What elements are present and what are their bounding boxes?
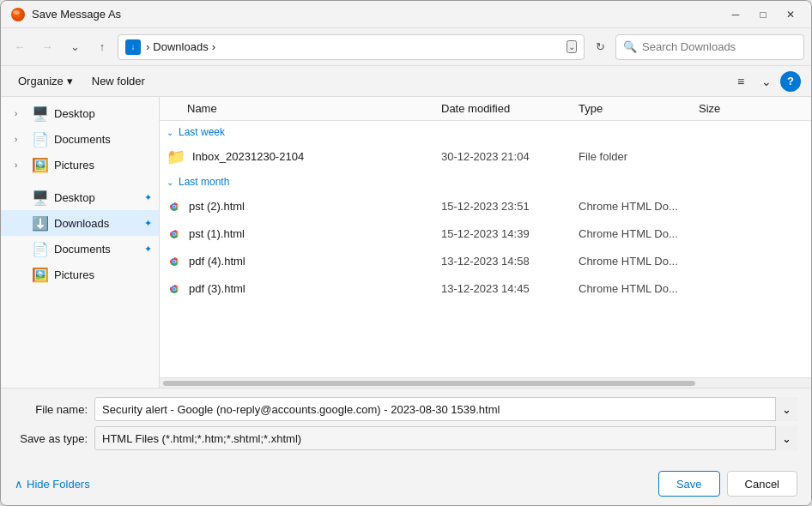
refresh-icon: ↻ xyxy=(596,40,605,53)
desktop-icon: 🖥️ xyxy=(32,190,49,206)
help-icon: ? xyxy=(787,75,794,87)
list-view-icon: ≡ xyxy=(737,75,744,88)
file-list: Name Date modified Type Size ⌄ Last week… xyxy=(160,97,811,377)
back-icon: ← xyxy=(15,40,26,53)
help-button[interactable]: ? xyxy=(780,71,801,92)
savetype-input[interactable] xyxy=(94,426,797,450)
minimize-button[interactable]: ─ xyxy=(725,4,746,25)
address-dropdown-button[interactable]: ⌄ xyxy=(567,40,577,53)
file-name: pst (1).html xyxy=(189,227,245,240)
filename-label: File name: xyxy=(15,403,88,416)
column-size[interactable]: Size xyxy=(699,102,720,115)
section-last-month[interactable]: ⌄ Last month xyxy=(160,171,811,193)
downloads-folder-icon: ⬇️ xyxy=(32,215,49,232)
dropdown-icon: ⌄ xyxy=(70,40,80,53)
organize-button[interactable]: Organize ▾ xyxy=(11,70,80,93)
dialog-title: Save Message As xyxy=(32,8,718,21)
title-bar: Save Message As ─ □ ✕ xyxy=(1,1,811,28)
forward-icon: → xyxy=(42,40,53,53)
svg-point-9 xyxy=(173,232,176,235)
close-button[interactable]: ✕ xyxy=(780,4,801,25)
filename-container: ⌄ xyxy=(94,397,797,421)
view-options-button[interactable]: ⌄ xyxy=(754,69,779,93)
documents-icon: 📄 xyxy=(32,241,49,257)
svg-point-14 xyxy=(173,260,176,262)
section-last-week[interactable]: ⌄ Last week xyxy=(160,121,811,143)
dropdown-button[interactable]: ⌄ xyxy=(63,35,87,59)
sidebar-item-documents-tree[interactable]: › 📄 Documents xyxy=(1,126,159,152)
column-date[interactable]: Date modified xyxy=(441,102,579,115)
file-type: Chrome HTML Do... xyxy=(579,200,699,213)
organize-chevron: ▾ xyxy=(67,75,73,87)
address-chevron-right: › xyxy=(212,40,215,53)
file-name: pdf (3).html xyxy=(189,282,245,295)
svg-point-4 xyxy=(173,205,176,208)
refresh-button[interactable]: ↻ xyxy=(588,35,612,59)
horizontal-scrollbar[interactable] xyxy=(160,377,811,388)
sidebar-item-downloads[interactable]: › ⬇️ Downloads ✦ xyxy=(1,210,159,236)
file-list-header: Name Date modified Type Size xyxy=(160,97,811,121)
sidebar-item-desktop[interactable]: › 🖥️ Desktop ✦ xyxy=(1,184,159,210)
folder-icon: 📁 xyxy=(167,148,185,166)
table-row[interactable]: pst (2).html 15-12-2023 23:51 Chrome HTM… xyxy=(160,193,811,220)
section-chevron-icon: ⌄ xyxy=(167,128,173,137)
pictures-icon: 🖼️ xyxy=(32,157,49,173)
forward-button[interactable]: → xyxy=(35,35,59,59)
back-button[interactable]: ← xyxy=(8,35,32,59)
address-toolbar: ← → ⌄ ↑ ↓ › Downloads › ⌄ ↻ 🔍 xyxy=(1,28,811,66)
scrollbar-thumb[interactable] xyxy=(163,381,695,386)
file-name: pst (2).html xyxy=(189,200,245,213)
savetype-row: Save as type: ⌄ xyxy=(15,426,797,450)
file-type: Chrome HTML Do... xyxy=(579,227,699,240)
column-type[interactable]: Type xyxy=(579,102,699,115)
file-type: Chrome HTML Do... xyxy=(579,282,699,295)
file-name: pdf (4).html xyxy=(189,255,245,268)
table-row[interactable]: 📁 Inbox_20231230-2104 30-12-2023 21:04 F… xyxy=(160,143,811,171)
save-button[interactable]: Save xyxy=(658,471,720,497)
column-name[interactable]: Name xyxy=(167,102,441,115)
cancel-button[interactable]: Cancel xyxy=(727,471,797,497)
chrome-icon xyxy=(167,199,182,214)
savetype-dropdown-button[interactable]: ⌄ xyxy=(775,426,797,450)
savetype-label: Save as type: xyxy=(15,432,88,445)
app-icon xyxy=(11,8,25,21)
file-date: 30-12-2023 21:04 xyxy=(441,150,579,163)
sidebar-item-pictures[interactable]: › 🖼️ Pictures xyxy=(1,262,159,287)
filename-dropdown-button[interactable]: ⌄ xyxy=(775,397,797,421)
table-row[interactable]: pdf (3).html 13-12-2023 14:45 Chrome HTM… xyxy=(160,275,811,303)
dropdown-arrow-icon: ⌄ xyxy=(782,403,791,416)
save-dialog: Save Message As ─ □ ✕ ← → ⌄ ↑ ↓ › Downlo… xyxy=(0,0,812,506)
chevron-icon: › xyxy=(15,109,27,118)
table-row[interactable]: pdf (4).html 13-12-2023 14:58 Chrome HTM… xyxy=(160,248,811,275)
sidebar-item-documents[interactable]: › 📄 Documents ✦ xyxy=(1,236,159,262)
pin-icon: ✦ xyxy=(144,192,152,203)
address-bar[interactable]: ↓ › Downloads › ⌄ xyxy=(118,34,585,60)
address-path: Downloads xyxy=(153,40,208,53)
file-date: 13-12-2023 14:45 xyxy=(441,282,579,295)
file-type: File folder xyxy=(579,150,699,163)
pictures-icon: 🖼️ xyxy=(32,267,49,283)
search-input[interactable] xyxy=(642,40,797,53)
filename-row: File name: ⌄ xyxy=(15,397,797,421)
hide-folders-toggle[interactable]: ∧ Hide Folders xyxy=(15,478,651,491)
list-view-button[interactable]: ≡ xyxy=(729,69,753,93)
maximize-button[interactable]: □ xyxy=(753,4,773,25)
table-row[interactable]: pst (1).html 15-12-2023 14:39 Chrome HTM… xyxy=(160,220,811,248)
savetype-container: ⌄ xyxy=(94,426,797,450)
new-folder-label: New folder xyxy=(92,75,145,87)
chrome-icon xyxy=(167,254,182,269)
new-folder-button[interactable]: New folder xyxy=(85,70,152,93)
sidebar-item-pictures-tree[interactable]: › 🖼️ Pictures xyxy=(1,152,159,178)
file-date: 15-12-2023 23:51 xyxy=(441,200,579,213)
search-box[interactable]: 🔍 xyxy=(615,34,804,60)
pin-icon: ✦ xyxy=(144,218,152,229)
up-button[interactable]: ↑ xyxy=(90,35,114,59)
chrome-icon xyxy=(167,226,182,242)
organize-toolbar: Organize ▾ New folder ≡ ⌄ ? xyxy=(1,66,811,97)
filename-input[interactable] xyxy=(94,397,797,421)
documents-icon: 📄 xyxy=(32,131,49,148)
chrome-icon xyxy=(167,281,182,297)
organize-label: Organize xyxy=(18,75,64,87)
chevron-icon: › xyxy=(15,160,27,170)
sidebar-item-desktop-tree[interactable]: › 🖥️ Desktop xyxy=(1,100,159,126)
